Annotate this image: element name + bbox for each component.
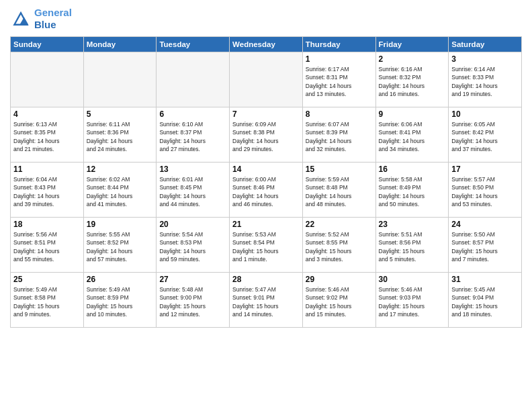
day-number: 1 (306, 54, 373, 64)
day-cell: 15Sunrise: 5:59 AM Sunset: 8:48 PM Dayli… (302, 163, 375, 218)
day-info: Sunrise: 6:07 AM Sunset: 8:39 PM Dayligh… (306, 120, 373, 153)
day-number: 6 (159, 109, 226, 119)
day-info: Sunrise: 5:50 AM Sunset: 8:57 PM Dayligh… (451, 230, 519, 263)
day-number: 15 (306, 165, 373, 174)
day-cell: 1Sunrise: 6:17 AM Sunset: 8:31 PM Daylig… (302, 52, 375, 107)
day-cell: 17Sunrise: 5:57 AM Sunset: 8:50 PM Dayli… (449, 163, 522, 218)
day-info: Sunrise: 5:59 AM Sunset: 8:48 PM Dayligh… (306, 175, 373, 208)
day-info: Sunrise: 6:01 AM Sunset: 8:45 PM Dayligh… (159, 175, 226, 208)
day-cell: 16Sunrise: 5:58 AM Sunset: 8:49 PM Dayli… (375, 163, 449, 218)
calendar-table: SundayMondayTuesdayWednesdayThursdayFrid… (10, 36, 522, 328)
day-cell: 25Sunrise: 5:49 AM Sunset: 8:58 PM Dayli… (11, 273, 84, 328)
day-number: 5 (87, 109, 154, 119)
day-info: Sunrise: 5:58 AM Sunset: 8:49 PM Dayligh… (379, 175, 446, 208)
day-info: Sunrise: 6:05 AM Sunset: 8:42 PM Dayligh… (451, 120, 519, 153)
day-info: Sunrise: 5:55 AM Sunset: 8:52 PM Dayligh… (87, 230, 154, 263)
day-info: Sunrise: 5:49 AM Sunset: 8:59 PM Dayligh… (87, 285, 154, 318)
day-info: Sunrise: 5:52 AM Sunset: 8:55 PM Dayligh… (306, 230, 373, 263)
day-info: Sunrise: 5:45 AM Sunset: 9:04 PM Dayligh… (451, 285, 519, 318)
day-info: Sunrise: 5:57 AM Sunset: 8:50 PM Dayligh… (451, 175, 519, 208)
day-cell: 7Sunrise: 6:09 AM Sunset: 8:38 PM Daylig… (230, 107, 303, 163)
day-cell: 14Sunrise: 6:00 AM Sunset: 8:46 PM Dayli… (230, 163, 303, 218)
day-number: 13 (159, 165, 226, 174)
week-row-4: 18Sunrise: 5:56 AM Sunset: 8:51 PM Dayli… (11, 218, 522, 273)
week-row-3: 11Sunrise: 6:04 AM Sunset: 8:43 PM Dayli… (11, 163, 522, 218)
day-number: 16 (379, 165, 446, 174)
day-number: 4 (13, 109, 81, 119)
day-cell: 13Sunrise: 6:01 AM Sunset: 8:45 PM Dayli… (157, 163, 230, 218)
day-number: 25 (13, 275, 81, 284)
day-info: Sunrise: 6:17 AM Sunset: 8:31 PM Dayligh… (306, 65, 373, 98)
day-number: 12 (87, 165, 154, 174)
day-cell: 26Sunrise: 5:49 AM Sunset: 8:59 PM Dayli… (83, 273, 157, 328)
day-cell: 9Sunrise: 6:06 AM Sunset: 8:41 PM Daylig… (375, 107, 449, 163)
day-info: Sunrise: 5:46 AM Sunset: 9:03 PM Dayligh… (379, 285, 446, 318)
day-info: Sunrise: 5:54 AM Sunset: 8:53 PM Dayligh… (159, 230, 226, 263)
day-number: 19 (87, 220, 154, 229)
weekday-friday: Friday (375, 37, 449, 52)
day-info: Sunrise: 5:46 AM Sunset: 9:02 PM Dayligh… (306, 285, 373, 318)
day-number: 28 (232, 275, 300, 284)
day-info: Sunrise: 5:47 AM Sunset: 9:01 PM Dayligh… (232, 285, 300, 318)
day-cell: 30Sunrise: 5:46 AM Sunset: 9:03 PM Dayli… (375, 273, 449, 328)
day-cell: 10Sunrise: 6:05 AM Sunset: 8:42 PM Dayli… (449, 107, 522, 163)
day-number: 7 (232, 109, 300, 119)
day-number: 8 (306, 109, 373, 119)
day-info: Sunrise: 6:14 AM Sunset: 8:33 PM Dayligh… (451, 65, 519, 98)
day-cell: 28Sunrise: 5:47 AM Sunset: 9:01 PM Dayli… (230, 273, 303, 328)
day-info: Sunrise: 5:51 AM Sunset: 8:56 PM Dayligh… (379, 230, 446, 263)
weekday-tuesday: Tuesday (157, 37, 230, 52)
day-cell (157, 52, 230, 107)
day-info: Sunrise: 6:16 AM Sunset: 8:32 PM Dayligh… (379, 65, 446, 98)
day-cell: 11Sunrise: 6:04 AM Sunset: 8:43 PM Dayli… (11, 163, 84, 218)
day-cell: 4Sunrise: 6:13 AM Sunset: 8:35 PM Daylig… (11, 107, 84, 163)
weekday-monday: Monday (83, 37, 157, 52)
day-info: Sunrise: 5:56 AM Sunset: 8:51 PM Dayligh… (13, 230, 81, 263)
day-cell: 18Sunrise: 5:56 AM Sunset: 8:51 PM Dayli… (11, 218, 84, 273)
day-info: Sunrise: 5:48 AM Sunset: 9:00 PM Dayligh… (159, 285, 226, 318)
day-number: 9 (379, 109, 446, 119)
day-info: Sunrise: 6:04 AM Sunset: 8:43 PM Dayligh… (13, 175, 81, 208)
day-number: 23 (379, 220, 446, 229)
day-number: 20 (159, 220, 226, 229)
day-cell (83, 52, 157, 107)
day-cell: 23Sunrise: 5:51 AM Sunset: 8:56 PM Dayli… (375, 218, 449, 273)
day-number: 29 (306, 275, 373, 284)
day-cell: 8Sunrise: 6:07 AM Sunset: 8:39 PM Daylig… (302, 107, 375, 163)
day-cell: 3Sunrise: 6:14 AM Sunset: 8:33 PM Daylig… (449, 52, 522, 107)
day-cell: 12Sunrise: 6:02 AM Sunset: 8:44 PM Dayli… (83, 163, 157, 218)
weekday-saturday: Saturday (449, 37, 522, 52)
day-info: Sunrise: 5:53 AM Sunset: 8:54 PM Dayligh… (232, 230, 300, 263)
day-cell: 22Sunrise: 5:52 AM Sunset: 8:55 PM Dayli… (302, 218, 375, 273)
day-cell: 20Sunrise: 5:54 AM Sunset: 8:53 PM Dayli… (157, 218, 230, 273)
day-number: 27 (159, 275, 226, 284)
day-cell: 27Sunrise: 5:48 AM Sunset: 9:00 PM Dayli… (157, 273, 230, 328)
day-info: Sunrise: 6:00 AM Sunset: 8:46 PM Dayligh… (232, 175, 300, 208)
day-cell: 6Sunrise: 6:10 AM Sunset: 8:37 PM Daylig… (157, 107, 230, 163)
day-number: 17 (451, 165, 519, 174)
logo-icon (10, 9, 32, 28)
page-header: General Blue (10, 7, 522, 31)
week-row-5: 25Sunrise: 5:49 AM Sunset: 8:58 PM Dayli… (11, 273, 522, 328)
weekday-thursday: Thursday (302, 37, 375, 52)
svg-marker-1 (19, 17, 28, 25)
day-number: 11 (13, 165, 81, 174)
day-info: Sunrise: 5:49 AM Sunset: 8:58 PM Dayligh… (13, 285, 81, 318)
day-info: Sunrise: 6:06 AM Sunset: 8:41 PM Dayligh… (379, 120, 446, 153)
day-cell: 2Sunrise: 6:16 AM Sunset: 8:32 PM Daylig… (375, 52, 449, 107)
day-cell: 21Sunrise: 5:53 AM Sunset: 8:54 PM Dayli… (230, 218, 303, 273)
week-row-1: 1Sunrise: 6:17 AM Sunset: 8:31 PM Daylig… (11, 52, 522, 107)
day-number: 31 (451, 275, 519, 284)
weekday-sunday: Sunday (11, 37, 84, 52)
day-info: Sunrise: 6:10 AM Sunset: 8:37 PM Dayligh… (159, 120, 226, 153)
day-number: 3 (451, 54, 519, 64)
day-cell (11, 52, 84, 107)
logo-text: General Blue (34, 7, 72, 31)
day-cell: 24Sunrise: 5:50 AM Sunset: 8:57 PM Dayli… (449, 218, 522, 273)
day-number: 2 (379, 54, 446, 64)
weekday-wednesday: Wednesday (230, 37, 303, 52)
day-cell: 31Sunrise: 5:45 AM Sunset: 9:04 PM Dayli… (449, 273, 522, 328)
day-number: 22 (306, 220, 373, 229)
day-number: 14 (232, 165, 300, 174)
day-cell (230, 52, 303, 107)
